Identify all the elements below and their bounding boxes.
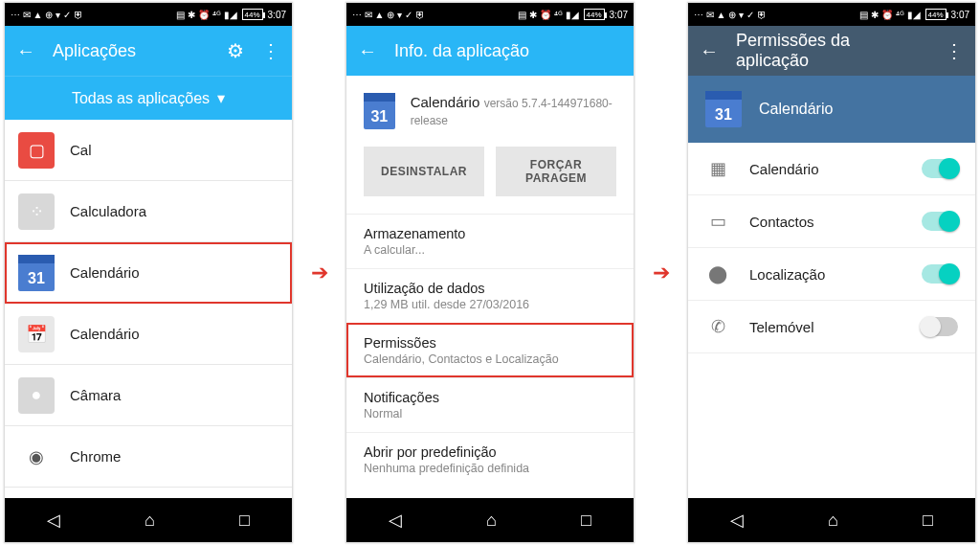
app-label: Chrome [70,448,121,465]
permission-row-localizacao: ⬤Localização [688,248,975,301]
permission-row-telemovel: ✆Telemóvel [688,301,975,353]
calendar-app-icon: 31 [364,93,395,129]
calendar-app-icon: 31 [705,91,742,127]
app-row-calendário[interactable]: 📅Calendário [5,304,292,365]
section-title: Utilização de dados [364,281,616,296]
flow-arrow: ➔ [310,2,328,543]
nav-back[interactable]: ◁ [389,510,402,531]
nav-recent[interactable]: □ [239,511,250,531]
status-bar: ⋯ ✉ ▲ ⊕ ▾ ✓ ⛨ ▤ ✱ ⏰ ⁴ᴳ ▮◢ 44% 3:07 [688,3,975,26]
status-bar: ⋯ ✉ ▲ ⊕ ▾ ✓ ⛨ ▤ ✱ ⏰ ⁴ᴳ ▮◢ 44% 3:07 [346,3,634,26]
status-icons-right: ▤ ✱ ⏰ ⁴ᴳ ▮◢ [859,10,920,20]
section-subtitle: 1,29 MB util. desde 27/03/2016 [364,298,616,311]
app-icon: ● [18,377,55,414]
app-name: Calendário [411,94,480,110]
section-notificacoes[interactable]: NotificaçõesNormal [346,377,634,432]
apps-list: ▢Cal⁘Calculadora31Calendário📅Calendário●… [5,120,292,498]
battery-icon: 44% [242,9,263,20]
permission-label: Localização [749,266,902,283]
app-label: Calculadora [70,203,146,219]
permission-icon: ▦ [705,158,730,179]
nav-bar: ◁ ⌂ □ [688,498,975,542]
permission-row-contactos: ▭Contactos [688,195,975,248]
phone-apps-list: ⋯ ✉ ▲ ⊕ ▾ ✓ ⛨ ▤ ✱ ⏰ ⁴ᴳ ▮◢ 44% 3:07 ← Apl… [4,2,293,543]
calendar-app-icon: 31 [18,255,55,291]
section-subtitle: A calcular... [364,243,616,257]
flow-arrow: ➔ [652,2,670,543]
uninstall-button[interactable]: DESINSTALAR [364,147,484,196]
section-subtitle: Nenhuma predefinição definida [364,462,616,475]
app-icon: ⁘ [18,193,55,230]
chevron-down-icon: ▾ [217,89,225,107]
app-label: Calendário [70,326,140,342]
app-row-calculadora[interactable]: ⁘Calculadora [5,181,292,242]
permission-icon: ⬤ [705,263,730,284]
permissions-list: ▦Calendário▭Contactos⬤Localização✆Telemó… [688,143,975,498]
phone-app-info: ⋯ ✉ ▲ ⊕ ▾ ✓ ⛨ ▤ ✱ ⏰ ⁴ᴳ ▮◢ 44% 3:07 ← Inf… [345,2,635,543]
action-bar: ← Aplicações ⚙ ⋮ [5,26,292,76]
section-armazenamento[interactable]: ArmazenamentoA calcular... [346,214,634,268]
back-icon[interactable]: ← [358,40,377,62]
app-row-cal[interactable]: ▢Cal [5,120,292,181]
status-time: 3:07 [268,10,286,20]
nav-bar: ◁ ⌂ □ [5,498,292,542]
permission-icon: ✆ [705,316,730,337]
nav-home[interactable]: ⌂ [828,511,838,531]
status-icons-left: ⋯ ✉ ▲ ⊕ ▾ ✓ ⛨ [11,10,83,20]
gear-icon[interactable]: ⚙ [227,39,244,62]
permission-label: Calendário [749,161,902,177]
permission-toggle[interactable] [922,264,958,284]
permission-toggle[interactable] [922,212,958,231]
app-icon: ▢ [18,132,55,169]
nav-back[interactable]: ◁ [47,510,60,531]
status-icons-left: ⋯ ✉ ▲ ⊕ ▾ ✓ ⛨ [352,10,425,20]
app-icon: ◉ [18,439,55,475]
app-icon: 📅 [18,316,55,352]
nav-recent[interactable]: □ [581,511,591,531]
app-row-câmara[interactable]: ●Câmara [5,365,292,426]
app-label: Cal [70,142,92,158]
nav-bar: ◁ ⌂ □ [346,498,634,542]
permission-label: Contactos [749,214,902,230]
action-bar: ← Permissões da aplicação ⋮ [688,26,975,76]
section-permissoes[interactable]: PermissõesCalendário, Contactos e Locali… [346,323,634,377]
section-title: Abrir por predefinição [364,444,616,460]
more-icon[interactable]: ⋮ [261,39,280,62]
app-header: 31 Calendário versão 5.7.4-144971680-rel… [346,76,634,139]
permission-app-name: Calendário [759,101,833,118]
app-row-cloud-print[interactable]: Cloud Print [5,488,292,498]
screen-title: Aplicações [53,41,210,61]
app-row-calendário[interactable]: 31Calendário [5,242,292,304]
action-bar: ← Info. da aplicação [346,26,634,76]
filter-dropdown[interactable]: Todas as aplicações ▾ [5,76,292,120]
permission-app-header: 31 Calendário [688,76,975,143]
nav-home[interactable]: ⌂ [486,511,497,531]
app-info-body: 31 Calendário versão 5.7.4-144971680-rel… [346,76,634,498]
permission-toggle[interactable] [922,317,958,336]
battery-icon: 44% [584,9,605,20]
status-icons-right: ▤ ✱ ⏰ ⁴ᴳ ▮◢ [176,10,236,20]
status-time: 3:07 [610,10,628,20]
screen-title: Permissões da aplicação [736,31,927,71]
permission-row-calendario: ▦Calendário [688,143,975,195]
more-icon[interactable]: ⋮ [945,39,964,62]
app-row-chrome[interactable]: ◉Chrome [5,426,292,488]
battery-icon: 44% [925,9,947,20]
nav-back[interactable]: ◁ [730,510,744,531]
app-label: Câmara [70,387,121,403]
nav-recent[interactable]: □ [923,511,933,531]
section-abrir-por-predefinicao[interactable]: Abrir por predefiniçãoNenhuma predefiniç… [346,432,634,487]
permission-icon: ▭ [705,211,730,232]
permission-toggle[interactable] [922,159,958,178]
force-stop-button[interactable]: FORÇAR PARAGEM [496,147,616,196]
status-icons-right: ▤ ✱ ⏰ ⁴ᴳ ▮◢ [518,10,578,20]
section-utilizacao-de-dados[interactable]: Utilização de dados1,29 MB util. desde 2… [346,268,634,323]
back-icon[interactable]: ← [16,40,35,62]
phone-app-permissions: ⋯ ✉ ▲ ⊕ ▾ ✓ ⛨ ▤ ✱ ⏰ ⁴ᴳ ▮◢ 44% 3:07 ← Per… [687,2,976,543]
status-time: 3:07 [951,10,969,20]
nav-home[interactable]: ⌂ [145,511,155,531]
app-label: Calendário [70,264,140,281]
permission-label: Telemóvel [749,319,902,335]
back-icon[interactable]: ← [700,40,719,62]
section-title: Armazenamento [364,226,616,241]
